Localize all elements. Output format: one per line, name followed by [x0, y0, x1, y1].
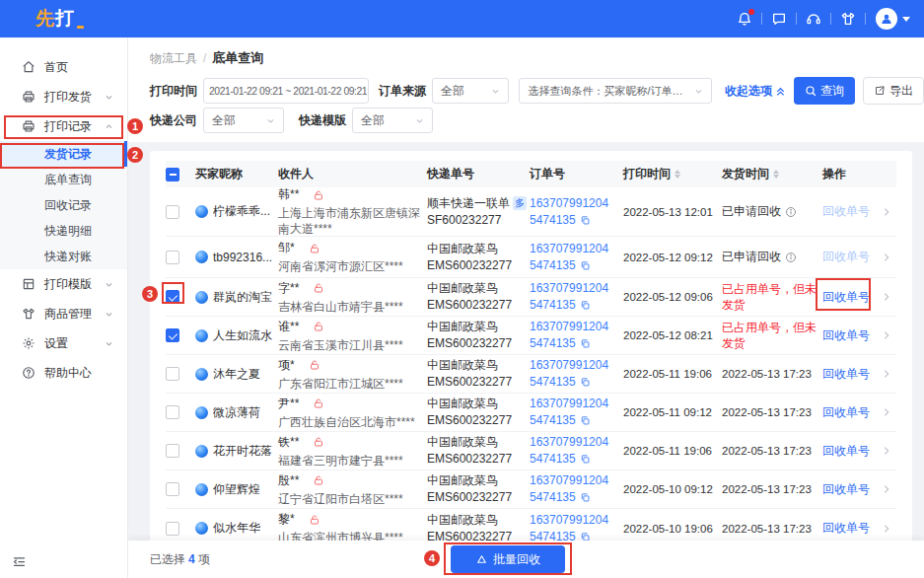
lock-icon[interactable]: [313, 474, 324, 486]
row-expand-chevron-icon[interactable]: [882, 253, 895, 262]
order-source-select[interactable]: 全部: [432, 78, 509, 104]
tracking-number: EMS600232277: [427, 374, 526, 391]
copy-icon[interactable]: [580, 492, 591, 503]
sidebar-item-8[interactable]: 打印模版: [0, 269, 127, 299]
breadcrumb-parent[interactable]: 物流工具: [150, 50, 197, 67]
annotation-step-4: 4: [424, 550, 440, 566]
recycle-number-link[interactable]: 回收单号: [822, 290, 870, 304]
lock-icon[interactable]: [313, 282, 324, 294]
sidebar-subitem-3[interactable]: 发货记录: [0, 141, 127, 167]
tshirt-icon[interactable]: [840, 11, 856, 27]
sidebar-subitem-label: 快递明细: [44, 223, 92, 240]
order-number[interactable]: 163707991204: [530, 512, 619, 529]
row-expand-chevron-icon[interactable]: [882, 446, 895, 456]
lock-icon[interactable]: [309, 514, 320, 526]
template-select[interactable]: 全部: [352, 108, 433, 133]
recycle-number-link[interactable]: 回收单号: [822, 405, 870, 419]
order-number[interactable]: 163707991204: [530, 396, 619, 412]
lock-icon[interactable]: [309, 243, 320, 254]
row-checkbox[interactable]: [166, 482, 179, 496]
row-expand-chevron-icon[interactable]: [882, 484, 895, 494]
row-checkbox[interactable]: [166, 290, 179, 304]
copy-icon[interactable]: [580, 260, 591, 271]
copy-icon[interactable]: [580, 215, 591, 226]
order-number[interactable]: 163707991204: [530, 195, 619, 212]
recycle-number-link[interactable]: 回收单号: [822, 328, 870, 342]
order-number[interactable]: 163707991204: [530, 280, 619, 297]
sidebar-item-10[interactable]: 设置: [0, 328, 127, 358]
sidebar-item-0[interactable]: 首页: [0, 52, 127, 82]
copy-icon[interactable]: [580, 454, 591, 465]
row-expand-chevron-icon[interactable]: [882, 524, 895, 534]
sidebar-item-1[interactable]: 打印发货: [0, 82, 127, 111]
row-expand-chevron-icon[interactable]: [882, 207, 895, 217]
tracking-number: EMS600232277: [427, 489, 526, 506]
sidebar-item-11[interactable]: 帮助中心: [0, 358, 127, 388]
row-expand-chevron-icon[interactable]: [882, 292, 895, 302]
copy-icon[interactable]: [580, 415, 591, 426]
sidebar-item-9[interactable]: 商品管理: [0, 299, 127, 328]
export-button[interactable]: 导出: [863, 77, 924, 105]
col-header-ship-time[interactable]: 发货时间: [722, 166, 822, 182]
sort-icon[interactable]: [675, 170, 680, 180]
lock-icon[interactable]: [313, 436, 324, 448]
row-checkbox[interactable]: [166, 405, 179, 419]
courier-select[interactable]: 全部: [203, 108, 284, 133]
recycle-number-link[interactable]: 回收单号: [822, 204, 870, 218]
chevron-down-icon: [491, 87, 500, 96]
copy-icon[interactable]: [580, 377, 591, 388]
sidebar-subitem-6[interactable]: 快递明细: [0, 218, 127, 244]
recycle-number-link[interactable]: 回收单号: [822, 482, 870, 496]
order-number[interactable]: 163707991204: [530, 434, 619, 451]
chat-icon[interactable]: [771, 11, 787, 27]
search-button[interactable]: 查询: [794, 77, 855, 105]
ship-status: 已申请回收: [722, 203, 781, 220]
order-number[interactable]: 163707991204: [530, 472, 619, 489]
row-expand-chevron-icon[interactable]: [882, 407, 895, 417]
recycle-number-link[interactable]: 回收单号: [822, 367, 870, 381]
user-menu[interactable]: [876, 8, 910, 30]
wangwang-icon: [195, 368, 208, 381]
batch-recycle-button[interactable]: 批量回收: [451, 545, 565, 573]
info-icon[interactable]: [785, 206, 797, 218]
row-expand-chevron-icon[interactable]: [882, 369, 895, 379]
order-number[interactable]: 163707991204: [530, 241, 619, 257]
query-condition-select[interactable]: 选择查询条件：买家昵称/订单编号/运单号/...: [519, 78, 712, 104]
bell-icon[interactable]: [737, 11, 752, 27]
row-checkbox[interactable]: [166, 328, 179, 342]
order-number[interactable]: 163707991204: [530, 319, 619, 335]
sidebar-subitem-7[interactable]: 快递对账: [0, 244, 127, 269]
buyer-nickname: tb992316...: [213, 251, 272, 264]
recycle-number-link[interactable]: 回收单号: [822, 521, 870, 535]
print-time: 2022-05-11 09:12: [623, 406, 712, 418]
row-checkbox[interactable]: [166, 522, 179, 536]
row-checkbox[interactable]: [166, 367, 179, 381]
col-header-action: 操作: [822, 166, 882, 182]
print-time-range-input[interactable]: 2021-01-22 09:21 ~ 2021-01-22 09:21: [203, 78, 369, 104]
lock-icon[interactable]: [313, 397, 324, 409]
collapse-options-link[interactable]: 收起选项: [725, 83, 786, 100]
recipient-name: 韩**: [278, 186, 299, 203]
row-expand-chevron-icon[interactable]: [882, 330, 895, 340]
recycle-number-link[interactable]: 回收单号: [822, 250, 870, 263]
order-number[interactable]: 163707991204: [530, 357, 619, 374]
row-checkbox[interactable]: [166, 251, 179, 264]
row-checkbox[interactable]: [166, 205, 179, 219]
sort-icon[interactable]: [773, 170, 779, 180]
collapse-sidebar-icon[interactable]: [12, 554, 27, 569]
copy-icon[interactable]: [580, 338, 591, 349]
lock-icon[interactable]: [309, 359, 320, 371]
sidebar-item-2[interactable]: 打印记录: [0, 111, 127, 141]
lock-icon[interactable]: [313, 189, 324, 201]
recycle-number-link[interactable]: 回收单号: [822, 444, 870, 458]
lock-icon[interactable]: [313, 321, 324, 332]
chevron-down-icon: [105, 93, 113, 102]
select-all-checkbox[interactable]: [166, 168, 179, 181]
headset-icon[interactable]: [806, 11, 821, 27]
sidebar-subitem-5[interactable]: 回收记录: [0, 192, 127, 218]
info-icon[interactable]: [785, 252, 797, 263]
copy-icon[interactable]: [580, 300, 591, 311]
sidebar-subitem-4[interactable]: 底单查询: [0, 167, 127, 192]
row-checkbox[interactable]: [166, 444, 179, 458]
col-header-print-time[interactable]: 打印时间: [623, 166, 722, 182]
